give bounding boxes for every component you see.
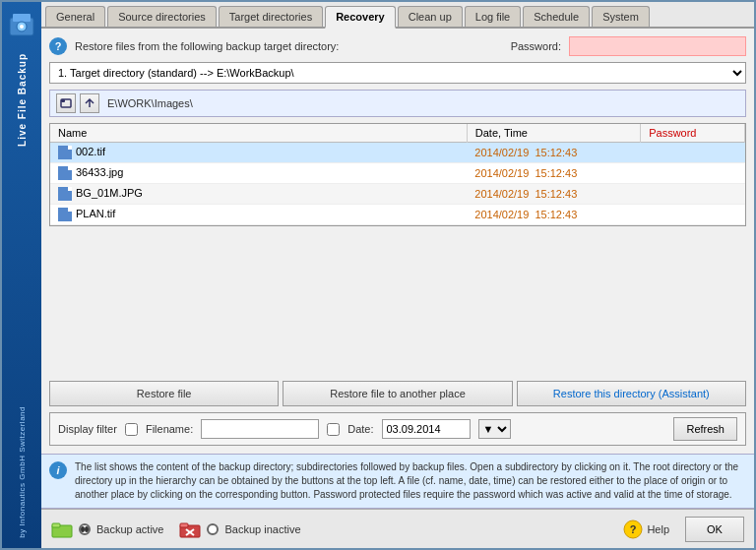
- display-filter-label: Display filter: [58, 423, 117, 435]
- col-date[interactable]: Date, Time: [467, 124, 640, 143]
- filename-input[interactable]: [201, 419, 319, 439]
- nav-up-button[interactable]: [80, 93, 99, 113]
- table-row[interactable]: BG_01M.JPG 2014/02/19 15:12:43: [50, 184, 745, 205]
- info-bar: i The list shows the content of the back…: [41, 454, 754, 509]
- backup-inactive-radio[interactable]: [207, 523, 219, 535]
- backup-active-item: Backup active: [51, 520, 163, 538]
- restore-file-button[interactable]: Restore file: [49, 381, 279, 406]
- tab-schedule[interactable]: Schedule: [523, 6, 590, 27]
- password-label: Password:: [511, 40, 561, 52]
- file-date: 2014/02/19 15:12:43: [467, 143, 640, 163]
- svg-rect-9: [180, 523, 188, 527]
- backup-inactive-item: Backup inactive: [179, 520, 300, 538]
- table-row[interactable]: 002.tif 2014/02/19 15:12:43: [50, 143, 745, 163]
- file-date: 2014/02/19 15:12:43: [467, 163, 640, 184]
- tab-bar: General Source directories Target direct…: [41, 2, 754, 29]
- date-checkbox[interactable]: [327, 423, 340, 436]
- file-name: BG_01M.JPG: [50, 184, 467, 205]
- tab-target-directories[interactable]: Target directories: [219, 6, 323, 27]
- file-name: PLAN.tif: [50, 205, 467, 225]
- content-panel: ? Restore files from the following backu…: [41, 29, 754, 454]
- app-title: Live File Backup: [17, 53, 28, 147]
- col-name[interactable]: Name: [50, 124, 467, 143]
- file-table-container[interactable]: Name Date, Time Password 002.tif 2014/02…: [49, 123, 746, 226]
- backup-inactive-label: Backup inactive: [224, 523, 300, 535]
- refresh-button[interactable]: Refresh: [673, 417, 737, 441]
- ok-button[interactable]: OK: [685, 517, 744, 542]
- file-password: [641, 143, 745, 163]
- filename-checkbox[interactable]: [125, 423, 138, 436]
- password-input[interactable]: [569, 36, 746, 56]
- date-input[interactable]: 03.09.2014: [382, 419, 471, 439]
- help-label: Help: [647, 523, 669, 535]
- folder-green-icon: [51, 520, 73, 538]
- help-icon-small[interactable]: ?: [49, 37, 67, 55]
- restore-from-row: ? Restore files from the following backu…: [49, 36, 746, 56]
- col-password[interactable]: Password: [641, 124, 745, 143]
- file-icon: [58, 166, 72, 180]
- nav-root-button[interactable]: [56, 93, 76, 113]
- target-dir-select[interactable]: 1. Target directory (standard) --> E:\Wo…: [49, 62, 746, 84]
- tab-general[interactable]: General: [45, 6, 105, 27]
- svg-point-3: [20, 25, 24, 29]
- restore-dir-button[interactable]: Restore this directory (Assistant): [517, 381, 746, 406]
- info-text: The list shows the content of the backup…: [75, 460, 746, 502]
- restore-another-button[interactable]: Restore file to another place: [283, 381, 512, 406]
- status-bar: Backup active Backup inactive ?: [41, 509, 754, 548]
- help-button[interactable]: ? Help: [623, 519, 669, 539]
- sidebar: Live File Backup by Infonautics GmbH Swi…: [2, 2, 41, 548]
- info-icon: i: [49, 461, 67, 479]
- action-buttons-row: Restore file Restore file to another pla…: [49, 381, 746, 406]
- backup-active-radio[interactable]: [79, 523, 91, 535]
- target-dir-row: 1. Target directory (standard) --> E:\Wo…: [49, 62, 746, 84]
- file-password: [641, 163, 745, 184]
- backup-active-label: Backup active: [96, 523, 163, 535]
- filter-row: Display filter Filename: Date: 03.09.201…: [49, 412, 746, 446]
- tab-recovery[interactable]: Recovery: [325, 6, 396, 29]
- file-icon: [58, 187, 72, 201]
- date-label: Date:: [347, 423, 373, 435]
- tab-clean-up[interactable]: Clean up: [398, 6, 463, 27]
- filename-label: Filename:: [146, 423, 193, 435]
- file-password: [641, 205, 745, 225]
- folder-red-icon: [179, 520, 201, 538]
- file-icon: [58, 208, 72, 221]
- svg-rect-5: [61, 99, 65, 102]
- file-date: 2014/02/19 15:12:43: [467, 184, 640, 205]
- table-row[interactable]: 36433.jpg 2014/02/19 15:12:43: [50, 163, 745, 184]
- nav-row: E\WORK\Images\: [49, 90, 746, 117]
- file-password: [641, 184, 745, 205]
- svg-text:?: ?: [630, 523, 637, 535]
- file-date: 2014/02/19 15:12:43: [467, 205, 640, 225]
- restore-from-label: Restore files from the following backup …: [75, 40, 339, 52]
- tab-source-directories[interactable]: Source directories: [107, 6, 217, 27]
- tab-log-file[interactable]: Log file: [465, 6, 521, 27]
- app-brand: by Infonautics GmbH Switzerland: [18, 406, 27, 538]
- nav-path: E\WORK\Images\: [107, 97, 193, 109]
- table-row[interactable]: PLAN.tif 2014/02/19 15:12:43: [50, 205, 745, 225]
- tab-system[interactable]: System: [592, 6, 650, 27]
- file-table-wrapper: Name Date, Time Password 002.tif 2014/02…: [49, 123, 746, 375]
- date-dropdown[interactable]: ▼: [478, 419, 511, 439]
- file-table: Name Date, Time Password 002.tif 2014/02…: [50, 124, 745, 225]
- file-icon: [58, 146, 72, 159]
- svg-rect-1: [13, 14, 31, 22]
- help-icon: ?: [623, 519, 643, 539]
- file-name: 002.tif: [50, 143, 467, 163]
- app-logo: [7, 10, 36, 39]
- svg-rect-7: [52, 523, 60, 527]
- file-name: 36433.jpg: [50, 163, 467, 184]
- main-content: General Source directories Target direct…: [41, 2, 754, 548]
